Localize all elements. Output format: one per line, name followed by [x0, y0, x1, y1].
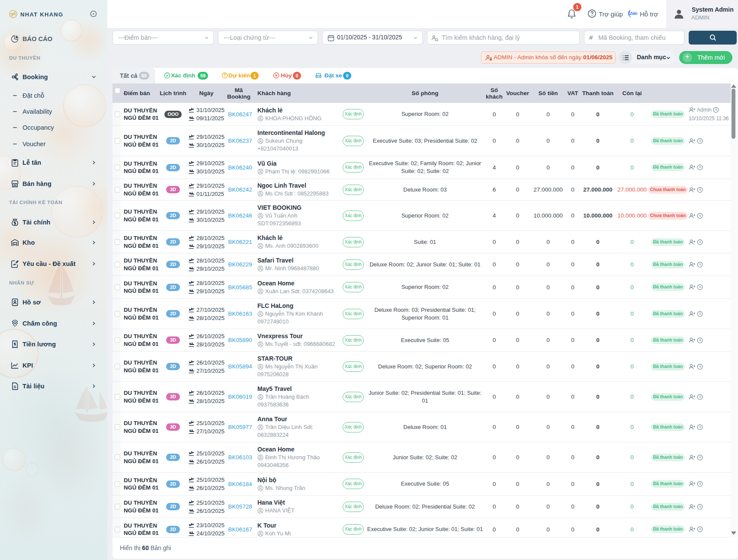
svg-text:Zalo: Zalo — [629, 11, 637, 16]
